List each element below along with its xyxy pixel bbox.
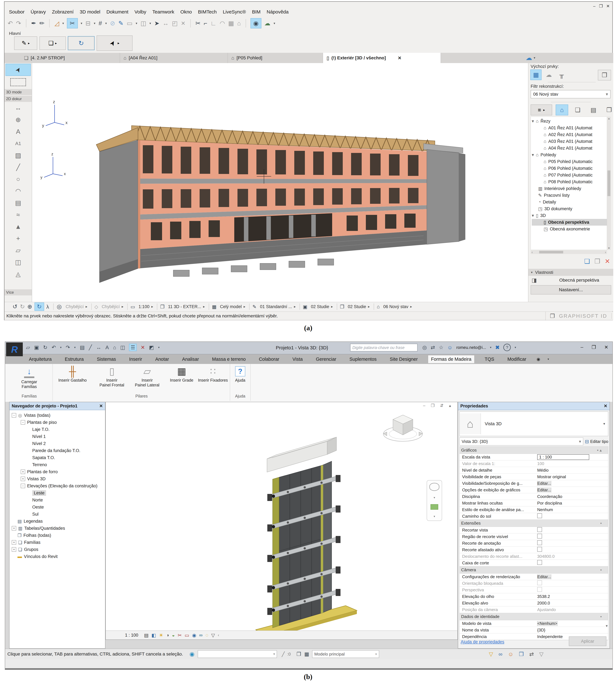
figure-tool-icon[interactable]: ▤: [4, 197, 32, 209]
cursor-tool-button[interactable]: ➤▸: [97, 36, 133, 51]
prop-modelo-vista[interactable]: Modelo de vista<Nenhum>: [460, 620, 608, 627]
lock-view-icon[interactable]: ◉: [192, 632, 196, 638]
prop-mostrar-linhas[interactable]: Mostrar linhas ocultasPor disciplina: [460, 500, 608, 506]
close-icon[interactable]: ✕: [99, 404, 103, 409]
prop-escala-vista[interactable]: Escala da vista1 : 100: [460, 454, 608, 460]
text-tool-icon[interactable]: A: [4, 126, 32, 138]
pb-tabelas[interactable]: +▥Tabelas/Quantidades: [12, 525, 105, 532]
line-tool-icon[interactable]: ╱: [4, 161, 32, 173]
tab-massa-terreno[interactable]: Massa e terreno: [209, 355, 249, 363]
tab-gerenciar[interactable]: Gerenciar: [313, 355, 339, 363]
tab-2np-strop[interactable]: ❏[4. 2.NP STROP]: [21, 53, 120, 63]
dimension-icon[interactable]: ↔: [163, 20, 169, 27]
tab-suplementos[interactable]: Suplementos: [347, 355, 380, 363]
view-scroll-icon[interactable]: ⇵: [440, 403, 443, 408]
view-restore-icon[interactable]: ❐: [431, 403, 435, 408]
filter-combo[interactable]: 02 Studie▸: [345, 302, 372, 311]
measure-icon[interactable]: ╱: [89, 344, 92, 350]
inserir-grade-button[interactable]: ▦ Inserir Grade: [167, 366, 196, 383]
restore-icon[interactable]: ❐: [599, 4, 603, 9]
toolbox-more-label[interactable]: Více: [4, 289, 32, 295]
teamwork-cloud-button[interactable]: ☁▾: [526, 54, 535, 62]
design-options-icon[interactable]: ❒: [519, 651, 524, 657]
tab-anotar[interactable]: Anotar: [152, 355, 172, 363]
prop-elevacao-olho[interactable]: Elevação do olho3538.2: [460, 593, 608, 600]
delete-view-icon[interactable]: ✕: [604, 257, 610, 265]
menu-volby[interactable]: Volby: [134, 9, 146, 15]
sun-path-icon[interactable]: ☀: [159, 632, 163, 638]
tree-item-pohledy[interactable]: ▾⌂Pohledy: [532, 152, 607, 158]
settings-button[interactable]: Nastavení...: [531, 285, 611, 294]
project-chooser-button[interactable]: ≡▸: [531, 105, 552, 115]
pb-laje[interactable]: Laje T.O.: [12, 426, 105, 433]
forward-icon[interactable]: ↻: [20, 303, 25, 310]
checkbox[interactable]: [537, 547, 542, 552]
favorites-star-icon[interactable]: ☆: [439, 344, 443, 350]
view-up-icon[interactable]: ▴: [449, 403, 451, 408]
section-icon[interactable]: ◫: [120, 344, 125, 350]
menu-napoveda[interactable]: Nápověda: [267, 9, 289, 15]
hook-icon[interactable]: ⌐: [204, 20, 207, 27]
pb-nivel2[interactable]: Nível 2: [12, 440, 105, 447]
drawing-tool-icon[interactable]: ▱: [4, 244, 32, 256]
viewbar-more-icon[interactable]: ‹: [218, 633, 219, 637]
spline-tool-icon[interactable]: ≈: [4, 209, 32, 221]
save-icon[interactable]: ▣: [34, 344, 39, 350]
crop-region-icon[interactable]: ▭: [185, 632, 189, 638]
project-map-tab-icon[interactable]: ⌂: [556, 105, 568, 115]
menu-okno[interactable]: Okno: [180, 9, 192, 15]
frame-tool-icon[interactable]: ▭: [127, 20, 132, 27]
revit-3d-viewport[interactable]: – ❐ ⇵ ▴ ▾ ▾: [106, 402, 458, 640]
image-icon[interactable]: ▦: [228, 20, 234, 27]
section-camera[interactable]: Câmera▪: [460, 566, 608, 573]
open-icon[interactable]: ▱: [26, 344, 30, 350]
adjust-icon[interactable]: ✂: [67, 19, 77, 28]
pb-nivel1[interactable]: Nível 1: [12, 433, 105, 440]
tree-item-p06[interactable]: ⌂P06 Pohled (Automatic: [532, 165, 607, 172]
pb-vinculos[interactable]: ▬Vínculos do Revit: [12, 553, 105, 560]
inserir-painel-lateral-button[interactable]: ▱ InserirPainel Lateral: [130, 366, 164, 387]
publisher-tab-icon[interactable]: ❐: [603, 105, 615, 115]
archicad-3d-viewport[interactable]: z x y z x y: [32, 63, 528, 302]
tab-inserir[interactable]: Inserir: [126, 355, 145, 363]
rendering-icon[interactable]: ◒: [172, 632, 175, 638]
ribbon-options-icon[interactable]: ◉: [537, 357, 540, 362]
navbar-expand-icon[interactable]: ▾: [434, 496, 435, 499]
tab-site-designer[interactable]: Site Designer: [387, 355, 420, 363]
prop-caixa-corte[interactable]: Caixa de corte: [460, 560, 608, 566]
menu-3dmodel[interactable]: 3D model: [80, 9, 100, 15]
tab-exterier-3d[interactable]: ▯(!) Exteriér [3D / všechno]✕: [323, 53, 441, 63]
menu-bimtech[interactable]: BIMTech: [198, 9, 217, 15]
tab-colaborar[interactable]: Colaborar: [256, 355, 282, 363]
back-icon[interactable]: ↺: [13, 303, 17, 310]
pickup-parameters-icon[interactable]: ✒: [31, 20, 36, 27]
tree-item-3d[interactable]: ▾▯3D: [532, 212, 607, 219]
menu-dokument[interactable]: Dokument: [106, 9, 128, 15]
guide-lines-icon[interactable]: ◿: [54, 20, 59, 27]
prop-recorte-anotacao[interactable]: Recorte de anotação: [460, 540, 608, 547]
section-tool-icon[interactable]: ◫: [4, 256, 32, 268]
tree-item-obecna-perspektiva[interactable]: ▯Obecná perspektiva: [532, 219, 607, 226]
prop-recortar-vista[interactable]: Recortar vista: [460, 527, 608, 533]
crop-view-icon[interactable]: ✂: [178, 632, 182, 638]
prop-disciplina[interactable]: DisciplinaCoordenação: [460, 493, 608, 500]
grid-icon[interactable]: ▦: [304, 651, 309, 657]
visual-style-icon[interactable]: ◧: [152, 632, 156, 638]
toolbox-group-3d[interactable]: 3D mode: [4, 89, 32, 95]
pen-icon[interactable]: ✎: [118, 20, 123, 27]
menu-livesync[interactable]: LiveSync®: [223, 9, 246, 15]
menu-zobrazeni[interactable]: Zobrazení: [52, 9, 74, 15]
view-scale-button[interactable]: 1 : 100: [125, 633, 138, 638]
column-beam-icon[interactable]: ╥: [556, 70, 567, 80]
pb-oeste[interactable]: Oeste: [12, 504, 105, 510]
inserir-painel-frontal-button[interactable]: ▯ InserirPainel Frontal: [95, 366, 129, 387]
worksets-filter-icon[interactable]: ▽: [489, 651, 493, 657]
prop-nivel-detalhe[interactable]: Nível de detalheMédio: [460, 467, 608, 474]
tree-hscrollbar[interactable]: ‹›: [531, 250, 607, 254]
prop-config-renderizacao[interactable]: Configurações de renderizaçãoEditar...: [460, 573, 608, 580]
section-graficos[interactable]: Gráficos▪ ▴: [460, 447, 608, 454]
editable-only-icon[interactable]: ╱: [282, 651, 284, 657]
menu-teamwork[interactable]: Teamwork: [152, 9, 174, 15]
orientation-combo[interactable]: Chybějící▸: [99, 302, 126, 311]
graphisoft-id-area[interactable]: ❐ GRAPHISOFT ID: [545, 312, 612, 320]
